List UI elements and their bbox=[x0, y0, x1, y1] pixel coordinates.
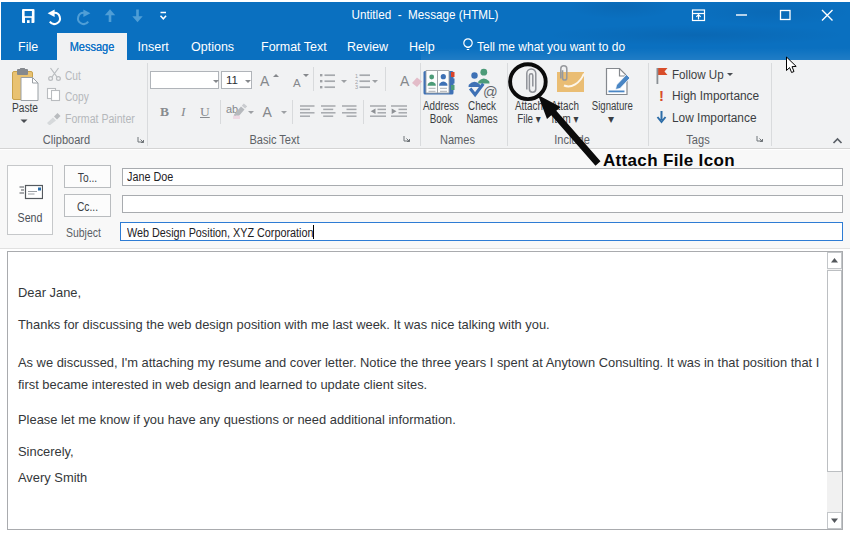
svg-text:Attach File Icon: Attach File Icon bbox=[603, 151, 735, 170]
